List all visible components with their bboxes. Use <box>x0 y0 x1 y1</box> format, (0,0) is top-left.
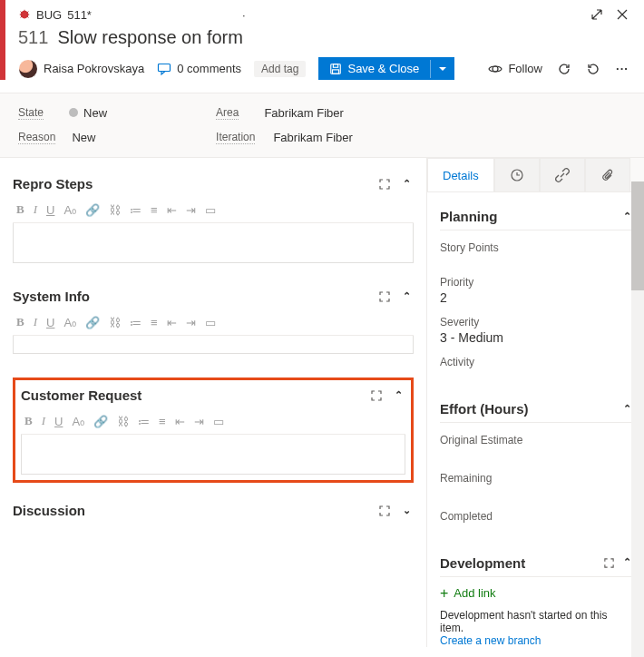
assignee[interactable]: Raisa Pokrovskaya <box>18 59 144 79</box>
plus-icon: + <box>440 588 448 599</box>
collapse-icon[interactable]: ⌃ <box>391 388 405 403</box>
discussion-section: Discussion ⌄ <box>13 501 414 524</box>
state-label: State <box>18 106 44 120</box>
planning-title: Planning <box>440 209 497 224</box>
comments-label: 0 comments <box>177 62 241 75</box>
refresh-icon[interactable] <box>557 62 571 76</box>
add-link-button[interactable]: + Add link <box>440 586 631 600</box>
fullscreen-icon[interactable] <box>601 556 616 571</box>
collapse-icon[interactable]: ⌃ <box>623 403 631 415</box>
save-label: Save & Close <box>347 62 419 75</box>
collapse-icon[interactable]: ⌃ <box>623 556 631 571</box>
save-caret-button[interactable] <box>430 60 454 78</box>
tab-attachments[interactable] <box>585 158 630 191</box>
undo-icon[interactable] <box>586 62 600 76</box>
follow-button[interactable]: Follow <box>488 62 542 76</box>
story-points-label: Story Points <box>440 241 631 254</box>
editor-toolbar[interactable]: BIU A₀🔗⛓ ≔≡⇤⇥ ▭ <box>13 197 414 223</box>
severity-label: Severity <box>440 316 631 328</box>
system-info-section: System Info ⌃ BIU A₀🔗⛓ ≔≡⇤⇥ ▭ <box>13 287 414 354</box>
fullscreen-icon[interactable] <box>369 388 384 403</box>
workitem-type: BUG <box>36 8 62 22</box>
svg-point-0 <box>21 11 29 19</box>
more-icon[interactable]: ··· <box>615 62 629 76</box>
repro-steps-title: Repro Steps <box>13 176 93 191</box>
customer-request-title: Customer Request <box>21 387 141 403</box>
original-estimate-label: Original Estimate <box>440 434 631 446</box>
save-and-close-button[interactable]: Save & Close <box>318 57 454 80</box>
development-status: Development hasn't started on this item. <box>440 609 631 634</box>
accent-bar <box>0 0 5 80</box>
svg-rect-4 <box>333 69 339 73</box>
collapse-icon[interactable]: ⌃ <box>623 211 631 222</box>
editor-toolbar[interactable]: BIU A₀🔗⛓ ≔≡⇤⇥ ▭ <box>13 309 414 336</box>
priority-value[interactable]: 2 <box>440 290 631 305</box>
repro-steps-editor[interactable] <box>13 223 414 263</box>
fullscreen-icon[interactable] <box>377 504 392 518</box>
add-tag-button[interactable]: Add tag <box>254 61 306 77</box>
remaining-label: Remaining <box>440 472 631 485</box>
dot-indicator: · <box>242 8 246 22</box>
assignee-name: Raisa Pokrovskaya <box>44 62 144 75</box>
workitem-id-dirty: 511* <box>67 8 92 22</box>
effort-title: Effort (Hours) <box>440 401 529 417</box>
customer-request-highlight: Customer Request ⌃ BIU A₀🔗⛓ ≔≡⇤⇥ ▭ <box>13 378 414 483</box>
scrollbar-thumb[interactable] <box>631 181 644 290</box>
customer-request-section: Customer Request ⌃ BIU A₀🔗⛓ ≔≡⇤⇥ ▭ <box>21 386 405 475</box>
editor-toolbar[interactable]: BIU A₀🔗⛓ ≔≡⇤⇥ ▭ <box>21 408 405 435</box>
create-branch-link[interactable]: Create a new branch <box>440 634 631 647</box>
fullscreen-icon[interactable] <box>377 177 392 191</box>
completed-label: Completed <box>440 510 631 523</box>
repro-steps-section: Repro Steps ⌃ BIU A₀🔗⛓ ≔≡⇤⇥ ▭ <box>13 174 414 263</box>
severity-value[interactable]: 3 - Medium <box>440 330 631 345</box>
follow-label: Follow <box>508 62 542 75</box>
avatar <box>18 59 38 79</box>
tab-history[interactable] <box>494 158 540 191</box>
activity-label: Activity <box>440 356 631 368</box>
add-link-label: Add link <box>454 586 495 600</box>
tab-links[interactable] <box>540 158 585 191</box>
scrollbar[interactable] <box>631 181 644 657</box>
discussion-title: Discussion <box>13 503 85 518</box>
collapse-icon[interactable]: ⌃ <box>399 177 414 191</box>
svg-rect-3 <box>334 64 338 67</box>
system-info-title: System Info <box>13 289 90 304</box>
iteration-label: Iteration <box>216 131 255 144</box>
svg-rect-1 <box>159 64 171 71</box>
popout-icon[interactable] <box>590 7 604 22</box>
reason-value[interactable]: New <box>72 131 95 144</box>
collapse-icon[interactable]: ⌄ <box>399 504 414 518</box>
workitem-id: 511 <box>18 27 48 48</box>
bug-icon <box>18 8 31 21</box>
fullscreen-icon[interactable] <box>377 289 392 304</box>
state-value[interactable]: New <box>69 106 107 120</box>
svg-point-5 <box>493 66 498 72</box>
collapse-icon[interactable]: ⌃ <box>399 289 414 304</box>
iteration-value[interactable]: Fabrikam Fiber <box>273 131 352 144</box>
comments-button[interactable]: 0 comments <box>157 62 241 76</box>
reason-label: Reason <box>18 131 55 144</box>
priority-label: Priority <box>440 276 631 289</box>
area-value[interactable]: Fabrikam Fiber <box>264 106 343 120</box>
close-icon[interactable] <box>615 7 629 22</box>
development-title: Development <box>440 555 525 571</box>
tab-details[interactable]: Details <box>427 158 494 191</box>
workitem-title[interactable]: Slow response on form <box>57 27 243 48</box>
area-label: Area <box>216 106 239 120</box>
system-info-editor[interactable] <box>13 336 414 354</box>
customer-request-editor[interactable] <box>21 435 405 475</box>
